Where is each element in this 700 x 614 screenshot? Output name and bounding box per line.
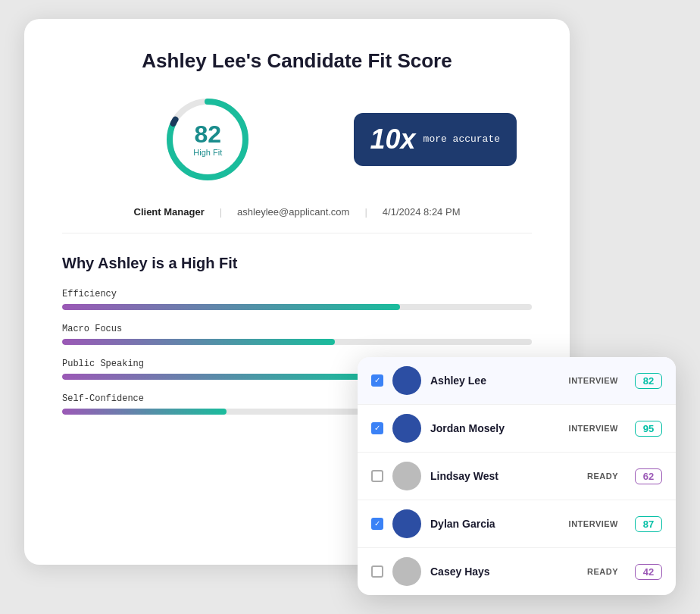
candidate-status: INTERVIEW [569,519,618,528]
score-area: 82 High Fit 10x more accurate [62,94,532,185]
badge-text: more accurate [423,133,500,146]
list-row[interactable]: ✓ Dylan Garcia INTERVIEW 87 [358,500,676,548]
row-checkbox[interactable]: ✓ [371,374,383,387]
avatar [392,509,421,538]
skill-name: Efficiency [62,289,532,299]
candidate-role: Client Manager [134,206,205,218]
candidate-name: Casey Hays [430,565,578,578]
why-title: Why Ashley is a High Fit [62,255,532,272]
candidate-status: READY [587,567,618,576]
score-ring-container: 82 High Fit [62,94,354,185]
candidate-status: INTERVIEW [569,424,618,433]
candidate-list-card: ✓ Ashley Lee INTERVIEW 82 ✓ Jordan Mosel… [358,357,676,595]
candidate-name: Dylan Garcia [430,518,560,530]
score-ring: 82 High Fit [162,94,253,185]
row-checkbox[interactable]: ✓ [371,422,383,434]
accuracy-badge: 10x more accurate [354,113,517,166]
page-title: Ashley Lee's Candidate Fit Score [62,49,532,73]
candidate-datetime: 4/1/2024 8:24 PM [383,206,461,218]
avatar [392,414,421,443]
skill-item: Macro Focus [62,324,532,345]
list-row[interactable]: ✓ Jordan Mosely INTERVIEW 95 [358,405,676,453]
list-row[interactable]: Casey Hays READY 42 [358,548,676,595]
candidate-status: READY [587,471,618,481]
skill-bar-fill [62,339,335,345]
skill-bar-fill [62,374,367,380]
row-checkbox[interactable] [371,565,383,578]
skill-bar-track [62,304,532,310]
candidate-name: Jordan Mosely [430,422,560,434]
candidate-name: Lindsay West [430,470,578,482]
score-label: High Fit [193,148,222,157]
row-checkbox[interactable] [371,470,383,482]
list-row[interactable]: Lindsay West READY 62 [358,453,676,500]
candidate-score: 95 [635,421,662,437]
list-row[interactable]: ✓ Ashley Lee INTERVIEW 82 [358,357,676,405]
skill-bar-fill [62,304,400,310]
row-checkbox[interactable]: ✓ [371,518,383,530]
candidate-score: 87 [635,516,662,532]
candidate-score: 82 [635,373,662,389]
candidate-info: Client Manager | ashleylee@applicant.com… [62,206,532,233]
badge-multiplier: 10x [370,124,416,155]
candidate-email: ashleylee@applicant.com [237,206,349,218]
candidate-score: 62 [635,468,662,484]
candidates-list: ✓ Ashley Lee INTERVIEW 82 ✓ Jordan Mosel… [358,357,676,595]
avatar [392,557,421,586]
skill-bar-track [62,339,532,345]
score-center: 82 High Fit [193,122,222,157]
score-value: 82 [193,122,222,146]
avatar [392,366,421,395]
candidate-name: Ashley Lee [430,374,560,387]
skill-item: Efficiency [62,289,532,310]
candidate-status: INTERVIEW [569,376,618,385]
skill-name: Macro Focus [62,324,532,334]
candidate-score: 42 [635,564,662,580]
scene: Ashley Lee's Candidate Fit Score 82 High… [24,19,676,595]
skill-bar-fill [62,409,227,415]
avatar [392,462,421,490]
